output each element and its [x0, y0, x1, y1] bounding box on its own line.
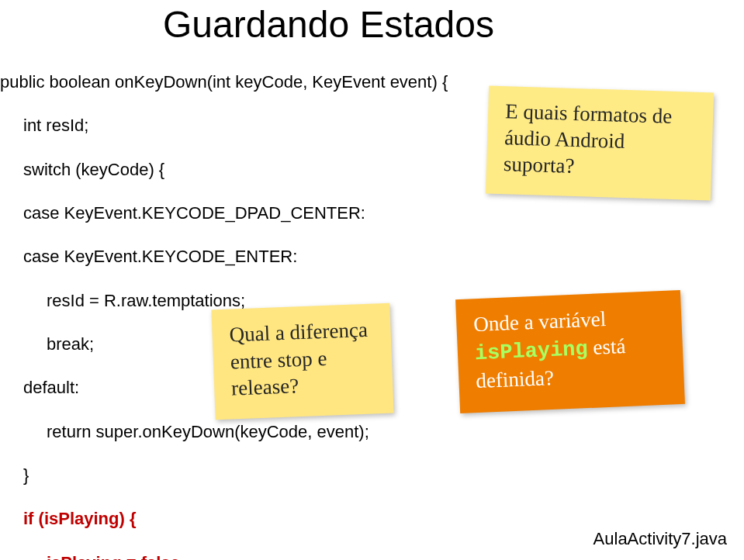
slide-title: Guardando Estados: [163, 3, 494, 46]
sticky-note-stop-release: Qual a diferença entre stop e release?: [211, 303, 393, 420]
code-line: case KeyEvent.KEYCODE_DPAD_CENTER:: [0, 202, 448, 224]
code-line: isPlaying = false;: [0, 552, 448, 560]
code-line: }: [0, 465, 448, 486]
sticky-note-audio-formats: E quais formatos de áudio Android suport…: [486, 85, 714, 200]
sticky-text: Onde a variável: [473, 307, 607, 336]
code-line: case KeyEvent.KEYCODE_ENTER:: [0, 246, 448, 268]
code-line: return super.onKeyDown(keyCode, event);: [0, 421, 448, 443]
footer-filename: AulaActivity7.java: [593, 529, 727, 549]
sticky-note-isplaying: Onde a variável isPlaying está definida?: [455, 290, 685, 413]
code-line: if (isPlaying) {: [0, 508, 448, 530]
code-line: public boolean onKeyDown(int keyCode, Ke…: [0, 71, 448, 93]
sticky-code-word: isPlaying: [474, 337, 588, 365]
code-line: int resId;: [0, 115, 448, 137]
code-line: switch (keyCode) {: [0, 159, 448, 181]
